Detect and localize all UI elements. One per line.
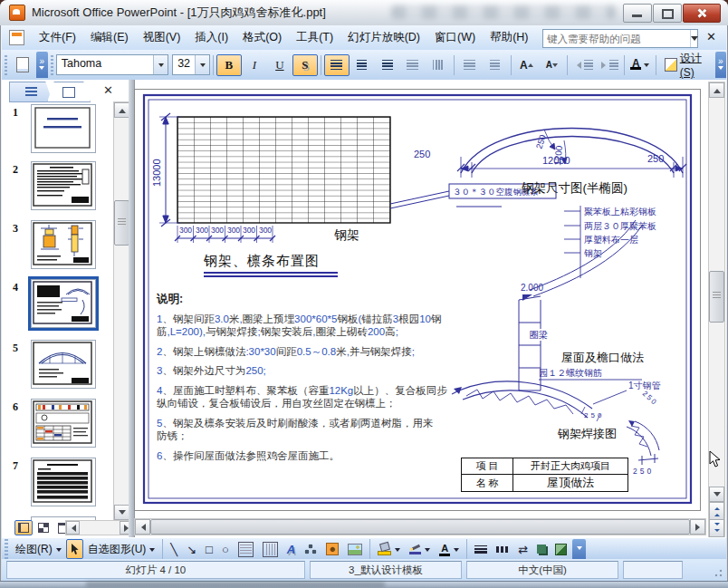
vertical-text-box-button[interactable] <box>258 539 283 559</box>
autoshapes-menu-button[interactable]: 自选图形(U) <box>83 539 160 559</box>
slide-thumbnail-7[interactable]: 7 <box>7 458 114 512</box>
arch-diagram-title[interactable]: 钢架尺寸图(半椭圆) <box>522 180 627 197</box>
scroll-up-button[interactable] <box>114 102 129 118</box>
new-slide-button[interactable] <box>10 54 35 76</box>
align-left-button[interactable] <box>324 54 350 76</box>
editor-vertical-scrollbar[interactable] <box>708 82 725 537</box>
3d-style-button[interactable] <box>551 539 571 559</box>
fill-color-button[interactable] <box>373 539 405 559</box>
select-objects-button[interactable] <box>66 539 83 559</box>
italic-button[interactable]: I <box>242 54 267 76</box>
scroll-down-button[interactable] <box>709 487 724 502</box>
line-style-button[interactable] <box>470 539 492 559</box>
toolbar-overflow[interactable]: » <box>715 52 726 78</box>
restore-button[interactable] <box>653 4 682 23</box>
minimize-button[interactable] <box>623 4 652 23</box>
scroll-up-button[interactable] <box>709 82 724 98</box>
slide-thumbnail-3[interactable]: 3 <box>7 220 114 275</box>
rectangle-tool-button[interactable]: □ <box>201 539 217 559</box>
font-name-dropdown[interactable] <box>153 55 168 74</box>
scrollbar-thumb[interactable] <box>150 519 690 535</box>
arrow-tool-button[interactable]: ↘ <box>182 539 201 559</box>
clip-art-button[interactable]: ☻ <box>321 539 343 559</box>
close-document-button[interactable]: ✕ <box>702 29 721 44</box>
bullet-list-button[interactable] <box>483 54 508 76</box>
close-button[interactable] <box>683 4 721 23</box>
decrease-indent-button[interactable] <box>570 54 596 76</box>
menu-insert[interactable]: 插入(I) <box>187 26 235 49</box>
align-center-button[interactable] <box>350 54 375 76</box>
slide-thumbnail-5[interactable]: 5 <box>7 340 114 394</box>
notes-text-block[interactable]: 说明: 1、钢架间距3.0米,圈梁上预埋300*60*5钢板(锚拉筋3根园10钢… <box>157 293 461 462</box>
text-direction-button[interactable] <box>426 54 451 76</box>
toolbar-grip[interactable] <box>5 55 7 75</box>
diagram-button[interactable] <box>300 539 321 559</box>
slide-thumbnail-4-selected[interactable]: 4 <box>7 279 114 333</box>
menu-format[interactable]: 格式(O) <box>235 26 289 49</box>
font-size-combo[interactable]: 32 <box>172 54 210 75</box>
decrease-font-button[interactable]: A <box>539 54 564 76</box>
scroll-left-button[interactable] <box>66 521 80 535</box>
tab-outline[interactable] <box>9 82 53 102</box>
slide-thumbnail-6[interactable]: 6 <box>7 399 114 453</box>
title-block-table[interactable]: 项 目 开封正大肉鸡项目 名 称 屋顶做法 <box>461 458 628 492</box>
normal-view-button[interactable] <box>14 520 33 535</box>
oval-tool-button[interactable]: ○ <box>217 539 234 559</box>
toolbar-grip[interactable] <box>5 539 8 559</box>
slide-thumbnail-1[interactable]: 1 <box>7 104 114 159</box>
draw-menu-button[interactable]: 绘图(R) <box>11 539 66 559</box>
next-slide-button[interactable] <box>709 519 724 537</box>
toolbar-grip[interactable] <box>51 55 53 75</box>
scrollbar-thumb[interactable] <box>114 200 129 246</box>
slide-thumbnail-2[interactable]: 2 <box>7 161 114 216</box>
align-right-button[interactable] <box>375 54 400 76</box>
insert-picture-button[interactable] <box>343 539 367 559</box>
menu-slideshow[interactable]: 幻灯片放映(D) <box>340 26 427 49</box>
text-shadow-button[interactable]: S <box>292 54 318 76</box>
menu-file[interactable]: 文件(F) <box>32 26 83 49</box>
menu-tools[interactable]: 工具(T) <box>289 26 340 49</box>
resize-grip[interactable] <box>713 567 723 578</box>
help-search-input[interactable] <box>543 34 690 44</box>
increase-font-button[interactable]: A <box>513 54 539 76</box>
scroll-right-button[interactable] <box>690 519 705 535</box>
font-color-button[interactable]: A <box>627 54 653 76</box>
design-template-name[interactable]: 3_默认设计模板 <box>310 561 462 579</box>
close-panel-button[interactable]: ✕ <box>100 83 117 97</box>
dash-style-button[interactable] <box>492 539 513 559</box>
numbered-list-button[interactable] <box>457 54 483 76</box>
bold-button[interactable]: B <box>216 54 242 76</box>
slide-canvas[interactable]: 13000 <box>134 89 701 511</box>
menu-edit[interactable]: 编辑(E) <box>83 26 136 49</box>
toolbar-overflow[interactable] <box>572 539 586 559</box>
font-name-combo[interactable]: Tahoma <box>56 54 168 75</box>
weld-diagram-title[interactable]: 钢架焊接图 <box>558 426 617 442</box>
language-indicator[interactable]: 中文(中国) <box>466 561 618 579</box>
increase-indent-button[interactable] <box>596 54 621 76</box>
editor-horizontal-scrollbar[interactable] <box>134 518 706 535</box>
arrow-style-button[interactable]: ⇄ <box>513 539 532 559</box>
wordart-button[interactable]: A <box>283 539 300 559</box>
toolbar-overflow[interactable]: » <box>36 52 47 78</box>
previous-slide-button[interactable] <box>709 502 724 520</box>
panel-horizontal-scrollbar[interactable] <box>65 520 134 535</box>
help-search-box[interactable] <box>542 29 698 48</box>
line-tool-button[interactable]: ╲ <box>166 539 182 559</box>
line-spacing-button[interactable] <box>400 54 426 76</box>
underline-button[interactable]: U <box>267 54 292 76</box>
shadow-style-button[interactable] <box>532 539 551 559</box>
scroll-left-button[interactable] <box>135 519 150 535</box>
menu-view[interactable]: 视图(V) <box>136 26 188 49</box>
menu-window[interactable]: 窗口(W) <box>427 26 483 49</box>
scrollbar-thumb[interactable] <box>709 271 724 323</box>
tab-slides[interactable] <box>47 82 91 102</box>
text-box-button[interactable] <box>234 539 258 559</box>
font-size-dropdown[interactable] <box>195 55 209 74</box>
font-color-button[interactable]: A <box>435 539 464 559</box>
layout-diagram-title[interactable]: 钢架、檩条布置图 <box>204 253 320 270</box>
eave-title[interactable]: 屋面及檐口做法 <box>561 350 644 366</box>
scroll-down-button[interactable] <box>114 505 129 520</box>
frame-label[interactable]: 钢架 <box>334 227 359 244</box>
design-button[interactable]: 设计(S) <box>659 54 714 76</box>
document-icon[interactable] <box>9 30 24 45</box>
